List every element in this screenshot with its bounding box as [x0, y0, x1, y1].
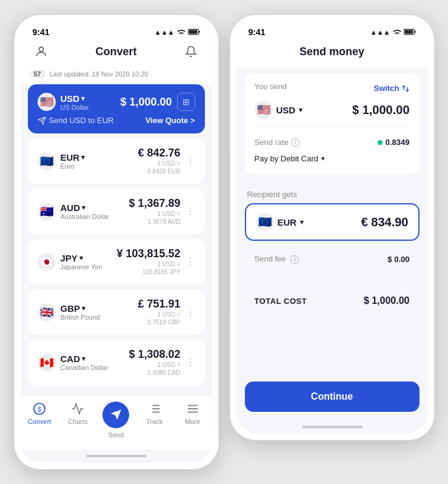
- currency-row-aud[interactable]: 🇦🇺 AUD ▾ Australian Dollar $ 1,367.89 1 …: [28, 189, 205, 234]
- currency-row-jpy[interactable]: 🇯🇵 JPY ▾ Japanese Yen ¥ 103,815.52 1 USD…: [28, 239, 205, 284]
- total-cost-bar: TOTAL COST $ 1,000.00: [245, 287, 420, 315]
- nav-charts[interactable]: Charts: [61, 402, 95, 439]
- right-phone: 9:41 ▲▲▲ Send money: [229, 14, 435, 441]
- gbp-left: 🇬🇧 GBP ▾ British Pound: [38, 303, 100, 321]
- cad-dots[interactable]: ⋮: [186, 357, 195, 368]
- jpy-right: ¥ 103,815.52 1 USD =103.8155 JPY ⋮: [116, 247, 195, 276]
- gbp-flag: 🇬🇧: [38, 303, 56, 321]
- convert-icon: $: [32, 402, 47, 416]
- gbp-dots[interactable]: ⋮: [186, 306, 195, 318]
- currency-row-cad[interactable]: 🇨🇦 CAD ▾ Canadian Dollar $ 1,308.02 1 US…: [28, 340, 205, 385]
- svg-point-3: [39, 47, 43, 52]
- send-nav-button[interactable]: [102, 402, 129, 428]
- gbp-code: GBP ▾: [61, 303, 100, 314]
- svg-rect-1: [189, 30, 197, 33]
- signal-icon-right: ▲▲▲: [370, 29, 390, 36]
- aud-dots[interactable]: ⋮: [186, 206, 195, 217]
- nav-send[interactable]: Send: [99, 402, 133, 439]
- svg-rect-20: [404, 30, 413, 33]
- app-header-left: Convert: [21, 39, 212, 67]
- more-icon: [186, 402, 200, 416]
- wifi-icon-right: [393, 28, 401, 36]
- nav-charts-label: Charts: [68, 418, 87, 425]
- total-value: $ 1,000.00: [364, 295, 410, 306]
- send-fee-label: Send fee i: [255, 254, 299, 264]
- send-currency-selector[interactable]: 🇺🇸 USD ▾: [255, 101, 303, 119]
- left-phone-inner: 9:41 ▲▲▲ Convert: [21, 21, 212, 463]
- status-icons-left: ▲▲▲: [155, 28, 200, 36]
- home-bar-left: [86, 455, 147, 457]
- nav-send-label: Send: [109, 431, 124, 439]
- you-send-header: You send Switch: [255, 82, 410, 95]
- recipient-gets-card: 🇪🇺 EUR ▾ € 834.90: [245, 203, 420, 241]
- view-quote[interactable]: View Quote >: [145, 116, 195, 125]
- send-money-title: Send money: [299, 45, 364, 58]
- time-right: 9:41: [249, 27, 266, 37]
- currency-row-gbp[interactable]: 🇬🇧 GBP ▾ British Pound £ 751.91 1 USD =0…: [28, 289, 205, 335]
- eur-code: EUR ▾: [61, 152, 85, 163]
- gbp-amount: £ 751.91: [138, 298, 180, 311]
- total-label: TOTAL COST: [255, 297, 307, 306]
- bell-icon[interactable]: [182, 43, 199, 60]
- recipient-amount: € 834.90: [361, 215, 409, 229]
- send-label: Send USD to EUR: [38, 116, 114, 125]
- green-dot: [378, 140, 383, 145]
- send-flag: 🇺🇸: [255, 101, 273, 119]
- jpy-flag: 🇯🇵: [38, 253, 56, 271]
- usd-code: USD ▾: [61, 93, 89, 104]
- pay-method-chevron: ▾: [321, 155, 325, 163]
- eur-right: € 842.76 1 USD =0.8428 EUR ⋮: [138, 147, 195, 175]
- nav-track[interactable]: Track: [138, 402, 172, 439]
- status-bar-left: 9:41 ▲▲▲: [21, 21, 212, 39]
- nav-convert[interactable]: $ Convert: [22, 402, 56, 439]
- bottom-nav-left: $ Convert Charts Send: [21, 395, 212, 449]
- you-send-label: You send: [255, 82, 287, 91]
- pay-method-row[interactable]: Pay by Debit Card ▾: [255, 152, 410, 166]
- cad-flag: 🇨🇦: [38, 354, 56, 372]
- status-icons-right: ▲▲▲: [370, 28, 416, 36]
- cad-rate: 1 USD =1.3080 CAD: [129, 361, 180, 377]
- home-indicator-right: [236, 420, 428, 434]
- recipient-input-row: 🇪🇺 EUR ▾ € 834.90: [256, 213, 409, 231]
- usd-card[interactable]: 🇺🇸 USD ▾ US Dollar $ 1,000.00: [28, 84, 205, 133]
- recipient-currency-selector[interactable]: 🇪🇺 EUR ▾: [256, 213, 304, 231]
- usd-name: US Dollar: [61, 104, 89, 111]
- calc-icon[interactable]: ⊞: [177, 93, 195, 111]
- cad-right: $ 1,308.02 1 USD =1.3080 CAD ⋮: [129, 348, 195, 377]
- continue-button[interactable]: Continue: [245, 381, 420, 412]
- svg-text:$: $: [38, 406, 41, 413]
- eur-flag: 🇪🇺: [38, 152, 56, 170]
- send-fee-row: Send fee i $ 0.00: [245, 249, 420, 269]
- send-rate-value: 0.8349: [378, 138, 410, 147]
- app-title-left: Convert: [95, 45, 136, 58]
- profile-icon[interactable]: [33, 43, 50, 60]
- recipient-currency-code: EUR: [278, 217, 297, 227]
- aud-rate: 1 USD =1.3679 AUD: [129, 210, 180, 226]
- cad-left: 🇨🇦 CAD ▾ Canadian Dollar: [38, 354, 109, 372]
- eur-dots[interactable]: ⋮: [186, 155, 195, 167]
- send-rate-label: Send rate i: [255, 138, 299, 147]
- eur-amount: € 842.76: [138, 147, 180, 160]
- track-icon: [147, 402, 162, 416]
- nav-track-label: Track: [146, 418, 162, 425]
- you-send-input-row: 🇺🇸 USD ▾ $ 1,000.00: [255, 101, 410, 119]
- recipient-label: Recipient gets: [245, 190, 297, 199]
- eur-rate: 1 USD =0.8428 EUR: [138, 160, 180, 175]
- jpy-dots[interactable]: ⋮: [186, 256, 195, 267]
- battery-icon: [188, 29, 200, 36]
- nav-convert-label: Convert: [28, 418, 52, 425]
- wifi-icon: [177, 28, 186, 36]
- nav-more[interactable]: More: [176, 402, 210, 439]
- fee-info-icon[interactable]: i: [290, 255, 299, 264]
- time-left: 9:41: [33, 27, 50, 37]
- right-phone-inner: 9:41 ▲▲▲ Send money: [236, 21, 428, 434]
- aud-flag: 🇦🇺: [38, 203, 56, 221]
- cad-amount: $ 1,308.02: [129, 348, 180, 361]
- home-bar-right: [302, 426, 363, 428]
- switch-button[interactable]: Switch: [374, 84, 410, 93]
- currency-row-eur[interactable]: 🇪🇺 EUR ▾ Euro € 842.76 1 USD =0.8428 EUR: [28, 138, 205, 184]
- signal-icon: ▲▲▲: [155, 29, 175, 36]
- gbp-rate: 1 USD =0.7519 GBP: [138, 311, 180, 326]
- rate-info-icon[interactable]: i: [291, 138, 299, 147]
- app-header-right: Send money: [236, 39, 428, 67]
